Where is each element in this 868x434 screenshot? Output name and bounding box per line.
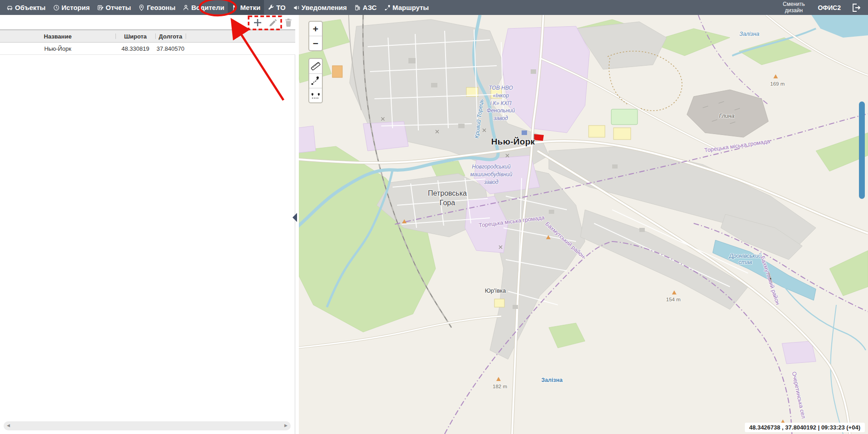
table-header-row: Название Широта Долгота: [0, 30, 295, 43]
route-tool-button[interactable]: [309, 73, 322, 88]
change-design-button[interactable]: Сменить дизайн: [780, 1, 808, 14]
pencil-icon: [268, 18, 278, 28]
column-header-lat[interactable]: Широта: [115, 30, 155, 43]
logout-button[interactable]: [851, 2, 862, 13]
zoom-out-button[interactable]: −: [309, 36, 322, 50]
nav-right: Сменить дизайн ОФИС2: [780, 1, 868, 14]
car-icon: [6, 4, 13, 11]
wrench-icon: [268, 4, 274, 11]
megaphone-icon: [293, 4, 300, 11]
zoom-control: + −: [308, 21, 323, 51]
column-header-lon[interactable]: Долгота: [155, 30, 186, 43]
horizontal-scrollbar[interactable]: ◀ ▶: [4, 421, 291, 430]
trash-icon: [283, 18, 293, 28]
flag-icon: [231, 4, 238, 11]
fuel-icon: [354, 4, 361, 11]
nav-item-geofences[interactable]: Геозоны: [134, 0, 179, 15]
plus-icon: [253, 18, 263, 28]
cell-name: Нью-Йорк: [0, 43, 115, 55]
marks-panel: Название Широта Долгота Нью-Йорк48.33081…: [0, 15, 295, 434]
marks-toolbar: [0, 15, 295, 30]
delete-mark-button[interactable]: [283, 17, 294, 29]
edit-mark-button[interactable]: [267, 17, 279, 29]
nav-item-maintenance[interactable]: ТО: [264, 0, 289, 15]
measure-tools: [308, 58, 323, 103]
ruler-icon: [310, 61, 321, 72]
geofence-icon: [138, 4, 145, 11]
nav-menu: ОбъектыИсторияОтчетыГеозоныВодителиМетки…: [0, 0, 432, 15]
zoom-in-button[interactable]: +: [309, 22, 322, 36]
ruler-tool-button[interactable]: [309, 59, 322, 73]
distance-icon: [310, 90, 321, 101]
marks-table-body: Нью-Йорк48.33081937.840570: [0, 43, 295, 55]
orange-building: [332, 66, 342, 77]
driver-icon: [182, 4, 189, 11]
route-icon: [310, 76, 321, 87]
sports-field: [611, 109, 638, 125]
cell-lon: 37.840570: [155, 43, 186, 55]
column-header-empty: [186, 30, 295, 43]
map-canvas[interactable]: [295, 15, 868, 434]
clock-icon: [53, 4, 60, 11]
user-account-button[interactable]: ОФИС2: [818, 4, 841, 11]
map-area[interactable]: Залізна169 mГлинаТОВ НВО «Інкор і К» КХП…: [295, 15, 868, 434]
nav-item-routes[interactable]: Маршруты: [380, 0, 432, 15]
nav-item-reports[interactable]: Отчеты: [93, 0, 134, 15]
logout-icon: [851, 2, 862, 13]
panel-collapse-handle[interactable]: [293, 213, 297, 222]
nav-item-notifications[interactable]: Уведомления: [289, 0, 350, 15]
scroll-left-icon[interactable]: ◀: [7, 423, 10, 428]
nav-item-objects[interactable]: Объекты: [3, 0, 49, 15]
cell-lat: 48.330819: [115, 43, 155, 55]
column-header-name[interactable]: Название: [0, 30, 115, 43]
nav-item-history[interactable]: История: [49, 0, 94, 15]
add-mark-button[interactable]: [252, 17, 264, 29]
nav-item-drivers[interactable]: Водители: [179, 0, 228, 15]
nav-item-marks[interactable]: Метки: [228, 0, 264, 15]
route-pin-icon: [384, 4, 391, 11]
report-icon: [97, 4, 104, 11]
nav-item-fuel[interactable]: АЗС: [350, 0, 380, 15]
table-row[interactable]: Нью-Йорк48.33081937.840570: [0, 43, 295, 55]
distance-tool-button[interactable]: [309, 88, 322, 102]
navbar: ОбъектыИсторияОтчетыГеозоныВодителиМетки…: [0, 0, 868, 15]
map-scrollbar-thumb[interactable]: [859, 101, 865, 199]
coordinates-status: 48.3426738 , 37.8040192 | 09:33:23 (+04): [745, 423, 865, 432]
marks-table: Название Широта Долгота Нью-Йорк48.33081…: [0, 30, 295, 55]
scroll-right-icon[interactable]: ▶: [284, 423, 288, 428]
